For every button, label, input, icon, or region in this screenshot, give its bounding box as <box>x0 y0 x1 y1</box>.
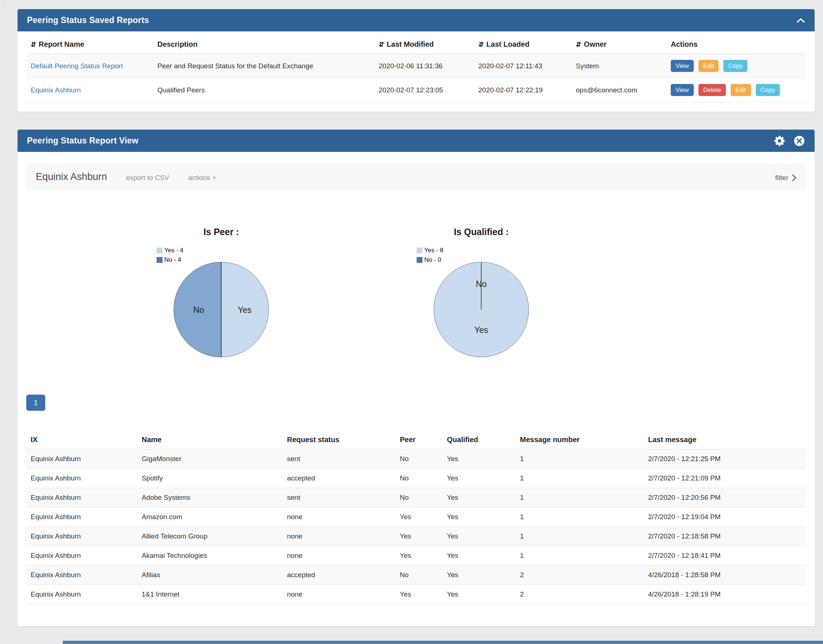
result-row: Equinix Ashburn Spotify accepted No Yes … <box>26 469 806 488</box>
results-table: IX Name Request status Peer Qualified Me… <box>26 429 806 604</box>
column-header-report-name[interactable]: ⇵Report Name <box>26 34 153 54</box>
collapse-panel-icon[interactable] <box>796 18 805 23</box>
edit-button[interactable]: Edit <box>699 60 719 72</box>
qualified-cell: Yes <box>443 508 516 527</box>
peer-cell: Yes <box>395 527 443 546</box>
ix-cell: Equinix Ashburn <box>26 508 137 527</box>
message-number-cell: 1 <box>516 527 644 546</box>
page-edge-line <box>4 0 5 5</box>
ix-cell: Equinix Ashburn <box>26 488 137 508</box>
last-modified-cell: 2020-02-07 12:23:05 <box>374 78 474 102</box>
qualified-cell: Yes <box>443 566 516 585</box>
name-cell: 1&1 Internet <box>137 585 283 604</box>
sort-icon: ⇵ <box>478 41 484 48</box>
owner-cell: System <box>572 54 667 78</box>
filter-toggle[interactable]: filter <box>775 174 796 182</box>
ix-cell: Equinix Ashburn <box>26 449 137 469</box>
report-name-cell: Default Peering Status Report <box>26 54 153 78</box>
last-message-cell: 2/7/2020 - 12:18:41 PM <box>644 546 806 566</box>
report-link[interactable]: Equinix Ashburn <box>31 86 81 94</box>
edit-button[interactable]: Edit <box>731 84 751 96</box>
column-header-request-status: Request status <box>283 429 395 449</box>
column-header-last-message: Last message <box>644 429 806 449</box>
page-1-button[interactable]: 1 <box>26 395 45 411</box>
report-link[interactable]: Default Peering Status Report <box>31 62 123 70</box>
message-number-cell: 1 <box>516 546 644 566</box>
column-header-last-modified[interactable]: ⇵Last Modified <box>374 34 474 54</box>
name-cell: Akamai Technologies <box>137 546 283 566</box>
last-message-cell: 4/26/2018 - 1:28:19 PM <box>644 585 806 604</box>
request-status-cell: sent <box>283 449 395 469</box>
name-cell: Afilias <box>137 566 283 585</box>
view-button[interactable]: View <box>671 60 694 72</box>
actions-cell: View Edit Copy <box>667 54 806 78</box>
close-panel-icon[interactable] <box>794 135 805 147</box>
ix-cell: Equinix Ashburn <box>26 469 137 488</box>
report-view-panel-body: Equinix Ashburn export to CSV actions + … <box>17 152 815 626</box>
legend-swatch-no <box>156 257 162 263</box>
last-message-cell: 2/7/2020 - 12:21:25 PM <box>644 449 806 469</box>
last-modified-cell: 2020-02-06 11:31:36 <box>374 54 474 78</box>
column-header-owner[interactable]: ⇵Owner <box>572 34 667 54</box>
copy-button[interactable]: Copy <box>723 60 748 72</box>
owner-cell: ops@6connect.com <box>572 78 667 102</box>
pie-label-no: No <box>476 279 486 289</box>
report-view-panel-title: Peering Status Report View <box>27 136 138 146</box>
saved-report-row: Default Peering Status Report Peer and R… <box>26 54 806 78</box>
saved-reports-panel-title: Peering Status Saved Reports <box>27 15 149 25</box>
close-circle-icon <box>794 135 805 147</box>
request-status-cell: none <box>283 508 395 527</box>
last-message-cell: 2/7/2020 - 12:21:09 PM <box>644 469 806 488</box>
report-subheader: Equinix Ashburn export to CSV actions + … <box>26 164 806 190</box>
last-message-cell: 2/7/2020 - 12:19:04 PM <box>644 508 806 527</box>
peer-cell: No <box>395 488 443 508</box>
saved-reports-panel: Peering Status Saved Reports ⇵Report Nam… <box>17 9 815 112</box>
column-header-message-number: Message number <box>516 429 644 449</box>
is-peer-chart: Is Peer : Yes - 4 No - 4 <box>145 227 298 361</box>
qualified-cell: Yes <box>443 585 516 604</box>
name-cell: Adobe Systems <box>137 488 283 508</box>
description-cell: Qualified Peers <box>153 78 374 102</box>
qualified-cell: Yes <box>443 449 516 469</box>
chevron-up-icon <box>796 18 805 23</box>
report-view-panel: Peering Status Report View <box>17 130 815 626</box>
column-header-last-loaded[interactable]: ⇵Last Loaded <box>474 34 572 54</box>
saved-reports-panel-body: ⇵Report Name Description ⇵Last Modified … <box>17 31 815 112</box>
saved-reports-table: ⇵Report Name Description ⇵Last Modified … <box>26 34 806 102</box>
saved-reports-panel-header: Peering Status Saved Reports <box>17 9 815 31</box>
result-row: Equinix Ashburn Akamai Technologies none… <box>26 546 806 566</box>
qualified-cell: Yes <box>443 488 516 508</box>
qualified-cell: Yes <box>443 527 516 546</box>
actions-cell: View Delete Edit Copy <box>667 78 806 102</box>
sort-icon: ⇵ <box>31 41 36 48</box>
result-row: Equinix Ashburn 1&1 Internet none Yes Ye… <box>26 585 806 604</box>
message-number-cell: 2 <box>516 585 644 604</box>
settings-gear-icon[interactable] <box>774 135 785 147</box>
qualified-cell: Yes <box>443 546 516 566</box>
ix-cell: Equinix Ashburn <box>26 527 137 546</box>
result-row: Equinix Ashburn Allied Telecom Group non… <box>26 527 806 546</box>
result-row: Equinix Ashburn Amazon.com none Yes Yes … <box>26 508 806 527</box>
export-csv-link[interactable]: export to CSV <box>126 174 169 182</box>
is-peer-pie-area: Yes - 4 No - 4 No Yes <box>145 240 298 361</box>
request-status-cell: none <box>283 585 395 604</box>
delete-button[interactable]: Delete <box>699 84 726 96</box>
filter-label: filter <box>775 174 788 182</box>
legend-item: Yes - 4 <box>156 247 183 254</box>
view-button[interactable]: View <box>671 84 694 96</box>
last-message-cell: 4/26/2018 - 1:28:58 PM <box>644 566 806 585</box>
charts-section: Is Peer : Yes - 4 No - 4 <box>26 227 806 362</box>
result-row: Equinix Ashburn GigaMonster sent No Yes … <box>26 449 806 469</box>
report-name-heading: Equinix Ashburn <box>36 171 107 182</box>
peer-cell: No <box>395 566 443 585</box>
report-name-cell: Equinix Ashburn <box>26 78 153 102</box>
legend-swatch-no <box>417 257 423 263</box>
pie-label-yes: Yes <box>474 325 488 335</box>
copy-button[interactable]: Copy <box>756 84 780 96</box>
legend-label: Yes - 8 <box>424 247 443 254</box>
request-status-cell: sent <box>283 488 395 508</box>
message-number-cell: 1 <box>516 449 644 469</box>
sort-icon: ⇵ <box>379 41 384 48</box>
peer-cell: No <box>395 449 443 469</box>
actions-menu-link[interactable]: actions + <box>188 174 216 182</box>
